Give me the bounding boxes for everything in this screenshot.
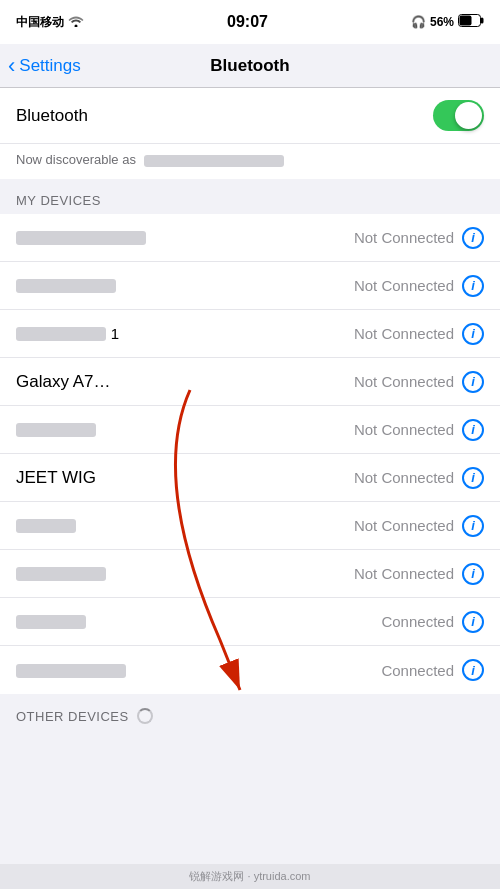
jeet-name: JEET WIG — [16, 468, 96, 487]
galaxy-name: Galaxy A7… — [16, 372, 111, 391]
wifi-icon — [68, 15, 84, 30]
device-row[interactable]: Not Connected i — [0, 214, 500, 262]
device-row[interactable]: Not Connected i — [0, 550, 500, 598]
status-left: 中国移动 — [16, 14, 84, 31]
blurred-name-1 — [16, 231, 146, 245]
info-button-6[interactable]: i — [462, 467, 484, 489]
blurred-name-10 — [16, 664, 126, 678]
device-name-1 — [16, 228, 354, 248]
back-label: Settings — [19, 56, 80, 76]
headphone-icon: 🎧 — [411, 15, 426, 29]
discoverable-label: Now discoverable as — [16, 152, 136, 167]
device-status-7: Not Connected — [354, 517, 454, 534]
device-status-3: Not Connected — [354, 325, 454, 342]
info-button-3[interactable]: i — [462, 323, 484, 345]
device-status-area-5: Not Connected i — [354, 419, 484, 441]
device-row[interactable]: Connected i — [0, 598, 500, 646]
content-area: Bluetooth Now discoverable as MY DEVICES… — [0, 88, 500, 889]
svg-rect-2 — [459, 16, 471, 26]
device-status-6: Not Connected — [354, 469, 454, 486]
carrier-label: 中国移动 — [16, 14, 64, 31]
device-name-4: Galaxy A7… — [16, 372, 354, 392]
blurred-name-2 — [16, 279, 116, 293]
info-button-9[interactable]: i — [462, 611, 484, 633]
info-button-4[interactable]: i — [462, 371, 484, 393]
blurred-name-7 — [16, 519, 76, 533]
other-devices-header: OTHER DEVICES — [0, 702, 500, 730]
info-button-2[interactable]: i — [462, 275, 484, 297]
device-status-1: Not Connected — [354, 229, 454, 246]
battery-percent: 56% — [430, 15, 454, 29]
back-chevron-icon: ‹ — [8, 53, 15, 79]
blurred-name-8 — [16, 567, 106, 581]
svg-rect-1 — [480, 18, 483, 24]
bluetooth-label: Bluetooth — [16, 106, 88, 126]
device-name-3: 1 — [16, 324, 354, 344]
device-name-7 — [16, 516, 354, 536]
bluetooth-toggle-row: Bluetooth — [0, 88, 500, 144]
device-name-2 — [16, 276, 354, 296]
device-name-blurred — [144, 155, 284, 167]
device-status-4: Not Connected — [354, 373, 454, 390]
device-row[interactable]: Not Connected i — [0, 502, 500, 550]
status-bar: 中国移动 09:07 🎧 56% — [0, 0, 500, 44]
device-status-area-2: Not Connected i — [354, 275, 484, 297]
device-row[interactable]: Galaxy A7… Not Connected i — [0, 358, 500, 406]
info-button-5[interactable]: i — [462, 419, 484, 441]
device-status-2: Not Connected — [354, 277, 454, 294]
devices-list: Not Connected i Not Connected i 1 Not Co… — [0, 214, 500, 694]
bottom-branding: 锐解游戏网 · ytruida.com — [0, 864, 500, 889]
battery-icon — [458, 14, 484, 30]
device-status-8: Not Connected — [354, 565, 454, 582]
device-status-area-3: Not Connected i — [354, 323, 484, 345]
device-name-8 — [16, 564, 354, 584]
device-status-9: Connected — [381, 613, 454, 630]
info-button-10[interactable]: i — [462, 659, 484, 681]
info-button-8[interactable]: i — [462, 563, 484, 585]
bluetooth-section: Bluetooth Now discoverable as — [0, 88, 500, 179]
back-button[interactable]: ‹ Settings — [8, 53, 81, 79]
device-status-area-1: Not Connected i — [354, 227, 484, 249]
device-status-10: Connected — [381, 662, 454, 679]
page-title: Bluetooth — [210, 56, 289, 76]
info-button-7[interactable]: i — [462, 515, 484, 537]
blurred-name-3 — [16, 327, 106, 341]
discoverable-row: Now discoverable as — [0, 144, 500, 179]
nav-bar: ‹ Settings Bluetooth — [0, 44, 500, 88]
device-row[interactable]: Not Connected i — [0, 406, 500, 454]
status-time: 09:07 — [227, 13, 268, 31]
device-row[interactable]: Not Connected i — [0, 262, 500, 310]
bottom-spacer — [0, 730, 500, 790]
bluetooth-toggle[interactable] — [433, 100, 484, 131]
device-status-area-4: Not Connected i — [354, 371, 484, 393]
device-row[interactable]: JEET WIG Not Connected i — [0, 454, 500, 502]
device-row[interactable]: 1 Not Connected i — [0, 310, 500, 358]
device-status-area-7: Not Connected i — [354, 515, 484, 537]
blurred-name-9 — [16, 615, 86, 629]
other-devices-label: OTHER DEVICES — [16, 709, 129, 724]
device-name-10 — [16, 660, 381, 680]
device-status-area-10: Connected i — [381, 659, 484, 681]
device-status-area-9: Connected i — [381, 611, 484, 633]
loading-spinner — [137, 708, 153, 724]
device-row[interactable]: Connected i — [0, 646, 500, 694]
status-right: 🎧 56% — [411, 14, 484, 30]
brand-text: 锐解游戏网 · ytruida.com — [189, 869, 310, 884]
device-status-area-6: Not Connected i — [354, 467, 484, 489]
device-status-area-8: Not Connected i — [354, 563, 484, 585]
blurred-name-5 — [16, 423, 96, 437]
my-devices-header: MY DEVICES — [0, 187, 500, 214]
device-name-9 — [16, 612, 381, 632]
device-name-6: JEET WIG — [16, 468, 354, 488]
device-name-5 — [16, 420, 354, 440]
device-status-5: Not Connected — [354, 421, 454, 438]
info-button-1[interactable]: i — [462, 227, 484, 249]
